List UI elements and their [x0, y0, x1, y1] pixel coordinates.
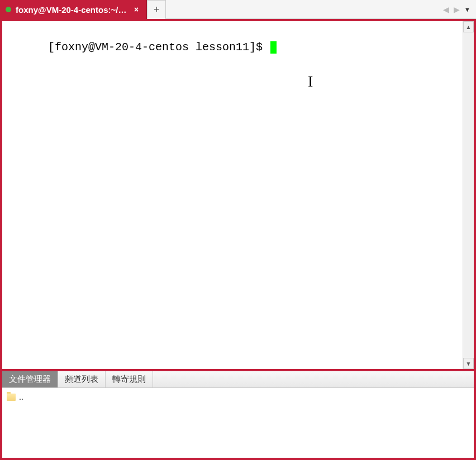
- titlebar-spacer: [166, 0, 437, 19]
- nav-next-icon[interactable]: ▶: [454, 5, 460, 14]
- bottom-panel: 文件管理器 頻道列表 轉寄規則 ..: [2, 371, 474, 458]
- bottom-tabs: 文件管理器 頻道列表 轉寄規則: [2, 371, 474, 388]
- plus-icon: +: [154, 4, 160, 16]
- tab-label: 文件管理器: [9, 374, 51, 385]
- chevron-down-icon: ▼: [466, 361, 472, 367]
- nav-prev-icon[interactable]: ◀: [443, 5, 449, 14]
- scroll-up-button[interactable]: ▲: [463, 21, 474, 32]
- new-tab-button[interactable]: +: [147, 0, 166, 19]
- terminal[interactable]: [foxny@VM-20-4-centos lesson11]$ I: [2, 21, 463, 369]
- menu-dropdown-icon[interactable]: ▼: [464, 6, 470, 13]
- tab-active[interactable]: foxny@VM-20-4-centos:~/l... ×: [0, 0, 147, 19]
- scrollbar-track[interactable]: [463, 32, 474, 358]
- terminal-prompt: [foxny@VM-20-4-centos lesson11]$: [48, 41, 269, 54]
- terminal-cursor-icon: [270, 41, 277, 54]
- tab-label: 轉寄規則: [112, 374, 146, 385]
- folder-icon: [7, 394, 16, 401]
- file-list: ..: [2, 388, 474, 458]
- titlebar: foxny@VM-20-4-centos:~/l... × + ◀ ▶ ▼: [0, 0, 476, 19]
- close-icon[interactable]: ×: [132, 4, 141, 15]
- list-item[interactable]: ..: [7, 391, 469, 402]
- tab-title: foxny@VM-20-4-centos:~/l...: [16, 5, 127, 15]
- tab-label: 頻道列表: [65, 374, 98, 385]
- tab-forward-rules[interactable]: 轉寄規則: [106, 371, 153, 387]
- window-frame: [foxny@VM-20-4-centos lesson11]$ I ▲ ▼ 文…: [0, 19, 476, 460]
- connection-status-icon: [6, 7, 11, 12]
- scroll-down-button[interactable]: ▼: [463, 358, 474, 369]
- file-name: ..: [19, 392, 23, 401]
- tab-channel-list[interactable]: 頻道列表: [58, 371, 106, 387]
- titlebar-controls: ◀ ▶ ▼: [437, 0, 476, 19]
- vertical-scrollbar[interactable]: ▲ ▼: [463, 21, 474, 369]
- tabs-area: foxny@VM-20-4-centos:~/l... × + ◀ ▶ ▼: [0, 0, 476, 19]
- terminal-pane: [foxny@VM-20-4-centos lesson11]$ I ▲ ▼: [2, 21, 474, 369]
- text-cursor-icon: I: [308, 71, 313, 92]
- tab-file-manager[interactable]: 文件管理器: [2, 371, 58, 387]
- chevron-up-icon: ▲: [466, 24, 472, 30]
